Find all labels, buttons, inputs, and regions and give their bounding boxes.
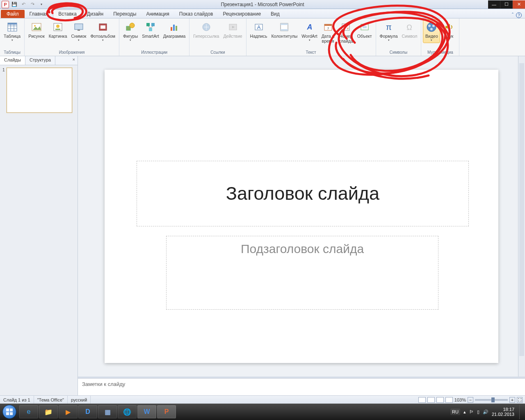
chart-icon	[168, 21, 181, 34]
symbol-icon: Ω	[403, 21, 416, 34]
outline-tab[interactable]: Структура	[25, 56, 55, 65]
ribbon-action-label: Действие	[223, 34, 242, 39]
file-tab[interactable]: Файл	[1, 10, 25, 18]
ribbon-table-button[interactable]: Таблица▾	[2, 19, 23, 43]
thumb-preview[interactable]	[7, 68, 72, 113]
minimize-ribbon-icon[interactable]: ˆ	[512, 12, 514, 18]
save-icon[interactable]: 💾	[11, 1, 18, 8]
ribbon-slidenumber-label: Номер слайда	[339, 34, 353, 43]
taskbar-app2[interactable]: ▦	[98, 405, 117, 418]
dropdown-icon: ▾	[448, 39, 450, 42]
svg-rect-28	[281, 23, 288, 25]
slide-canvas-wrap[interactable]: Заголовок слайда Подзаголовок слайда	[78, 56, 525, 377]
ribbon-smartart-label: SmartArt	[142, 34, 159, 39]
tab-insert[interactable]: Вставка	[53, 9, 82, 18]
tab-transitions[interactable]: Переходы	[108, 10, 141, 18]
zoom-in-button[interactable]: +	[509, 397, 515, 403]
volume-icon[interactable]: 🔊	[483, 409, 488, 415]
slide-thumbnail[interactable]: 1	[2, 68, 75, 113]
ribbon-video-button[interactable]: Видео▾	[423, 19, 440, 43]
ribbon-object-button[interactable]: Объект	[355, 19, 374, 40]
ribbon-chart-button[interactable]: Диаграмма	[161, 19, 188, 40]
ribbon-audio-button[interactable]: Звук▾	[440, 19, 457, 43]
tab-home[interactable]: Главная	[25, 10, 53, 18]
subtitle-placeholder-text: Подзаголовок слайда	[241, 242, 364, 256]
sorter-view-button[interactable]	[427, 397, 435, 403]
taskbar-explorer[interactable]: 📁	[39, 405, 58, 418]
slides-tab[interactable]: Слайды	[0, 56, 25, 65]
taskbar-app1[interactable]: D	[78, 405, 97, 418]
vertical-scrollbar[interactable]	[518, 56, 525, 377]
dropdown-icon: ▾	[11, 39, 13, 42]
ribbon-slidenumber-button[interactable]: #Номер слайда	[337, 19, 355, 45]
ribbon-group-таблицы: Таблица▾Таблицы	[0, 18, 25, 56]
zoom-slider[interactable]	[475, 399, 508, 401]
hyperlink-icon	[200, 21, 213, 34]
quick-access-toolbar: P 💾 ↶ ↷ ▾	[0, 1, 45, 8]
tab-design[interactable]: Дизайн	[82, 10, 108, 18]
ribbon-equation-button[interactable]: πФормула▾	[378, 19, 400, 43]
input-language[interactable]: RU	[450, 409, 460, 415]
slide-edit-area: Заголовок слайда Подзаголовок слайда Зам…	[78, 56, 525, 395]
qat-dropdown-icon[interactable]: ▾	[38, 1, 45, 8]
tray-up-icon[interactable]: ▴	[463, 409, 466, 415]
help-icon[interactable]: ?	[516, 12, 522, 18]
zoom-percent[interactable]: 103%	[454, 397, 466, 402]
subtitle-placeholder[interactable]: Подзаголовок слайда	[166, 236, 438, 310]
reading-view-button[interactable]	[436, 397, 444, 403]
svg-rect-17	[146, 23, 150, 26]
tab-animations[interactable]: Анимация	[141, 10, 174, 18]
show-desktop-button[interactable]	[519, 404, 523, 419]
svg-text:A: A	[257, 24, 260, 30]
ribbon-datetime-button[interactable]: 7Дата и время	[320, 19, 337, 45]
fit-to-window-button[interactable]: ⛶	[517, 397, 523, 403]
ribbon-picture-button[interactable]: Рисунок	[26, 19, 47, 40]
svg-rect-14	[100, 25, 105, 29]
zoom-out-button[interactable]: −	[468, 397, 473, 403]
svg-rect-5	[8, 23, 17, 25]
close-pane-icon[interactable]: ×	[70, 56, 78, 65]
slideshow-view-button[interactable]	[445, 397, 453, 403]
svg-rect-10	[55, 29, 60, 30]
tab-view[interactable]: Вид	[266, 10, 285, 18]
ribbon-clipart-button[interactable]: Картинка	[47, 19, 69, 40]
taskbar-ie[interactable]: e	[19, 405, 38, 418]
taskbar-mediaplayer[interactable]: ▶	[59, 405, 78, 418]
ribbon-shapes-button[interactable]: Фигуры▾	[121, 19, 140, 43]
ribbon-wordart-button[interactable]: AWordArt▾	[299, 19, 319, 43]
ribbon-chart-label: Диаграмма	[163, 34, 186, 39]
app-icon[interactable]: P	[2, 1, 9, 8]
normal-view-button[interactable]	[418, 397, 426, 403]
start-button[interactable]	[0, 404, 19, 420]
network-icon[interactable]: ▯	[477, 409, 479, 415]
ribbon-tabs: Файл Главная Вставка Дизайн Переходы Ани…	[0, 9, 525, 18]
tab-review[interactable]: Рецензирование	[218, 10, 266, 18]
ribbon-smartart-button[interactable]: SmartArt	[140, 19, 161, 40]
svg-text:π: π	[386, 23, 392, 32]
taskbar-powerpoint[interactable]: P	[157, 405, 176, 418]
svg-point-7	[34, 25, 36, 27]
system-tray: RU ▴ 🏳 ▯ 🔊 18:17 21.02.2013	[450, 404, 525, 419]
action-icon	[226, 21, 240, 34]
taskbar-chrome[interactable]: 🌐	[118, 405, 137, 418]
ribbon-headerfooter-button[interactable]: Колонтитулы	[269, 19, 299, 40]
ribbon-textbox-button[interactable]: AНадпись	[248, 19, 269, 40]
taskbar-word[interactable]: W	[137, 405, 156, 418]
ribbon-screenshot-button[interactable]: Снимок▾	[69, 19, 88, 43]
minimize-button[interactable]: —	[488, 0, 500, 9]
flag-icon[interactable]: 🏳	[469, 409, 474, 414]
ribbon-photoalbum-button[interactable]: Фотоальбом▾	[88, 19, 117, 43]
svg-point-23	[203, 23, 210, 31]
svg-rect-19	[149, 28, 152, 31]
close-button[interactable]: ✕	[513, 0, 525, 9]
title-placeholder[interactable]: Заголовок слайда	[137, 161, 469, 226]
redo-icon[interactable]: ↷	[29, 1, 36, 8]
notes-pane[interactable]: Заметки к слайду	[78, 378, 525, 395]
status-theme: "Тема Office"	[34, 396, 68, 404]
undo-icon[interactable]: ↶	[20, 1, 27, 8]
maximize-button[interactable]: ☐	[500, 0, 513, 9]
clock[interactable]: 18:17 21.02.2013	[492, 407, 514, 417]
tab-slideshow[interactable]: Показ слайдов	[174, 10, 218, 18]
status-language[interactable]: русский	[68, 396, 91, 404]
slide-canvas[interactable]: Заголовок слайда Подзаголовок слайда	[105, 70, 498, 363]
